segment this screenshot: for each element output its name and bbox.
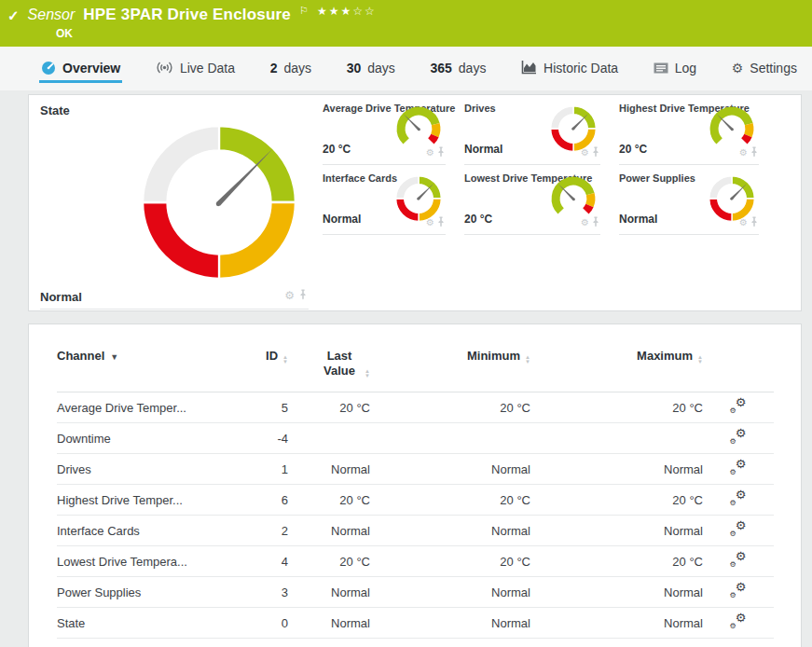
id-cell: 1 [225,454,288,485]
id-cell: -4 [225,423,288,454]
minimum-cell: 20 °C [370,485,530,516]
channel-cell: Average Drive Temper... [57,392,225,423]
id-cell: 5 [225,392,288,423]
table-row: Interface Cards 2 Normal Normal Normal ⚙… [57,516,774,546]
gauges-card: State Normal ⚙ [28,94,802,311]
mini-gauges-grid: Average Drive Temperature 20 °C ⚙ Drives… [320,95,801,310]
channel-settings-icon[interactable]: ⚙⚙ [731,461,747,475]
tab-label: Historic Data [544,61,618,76]
last-value-cell: Normal [288,516,370,546]
column-header-maximum[interactable]: Maximum▲▼ [530,337,703,392]
gauge-panel-lowest-drive-temperature: Lowest Drive Temperature 20 °C ⚙ [464,165,600,235]
tab-label: days [459,61,487,76]
table-row: Downtime -4 ⚙⚙ [57,423,774,454]
minimum-cell: Normal [370,454,530,485]
minimum-cell [370,423,530,454]
id-cell: 0 [225,608,288,639]
table-row: Drives 1 Normal Normal Normal ⚙⚙ [57,454,774,485]
last-value-cell: Normal [288,608,370,639]
gauge-panel-drives: Drives Normal ⚙ [464,95,600,165]
pin-icon[interactable] [750,216,758,227]
minimum-cell: Normal [370,577,530,608]
id-cell: 4 [225,546,288,577]
panel-settings-gear-icon[interactable]: ⚙ [426,218,434,227]
tab-label: days [367,61,395,76]
id-cell: 2 [225,516,288,546]
tab-30-days[interactable]: 30days [345,55,397,83]
state-gauge-panel: State Normal ⚙ [29,95,320,310]
panel-settings-gear-icon[interactable]: ⚙ [739,148,748,158]
channel-cell: State [57,608,225,639]
tab-live-data[interactable]: Live Data [154,55,237,83]
status-badge: OK [56,27,803,40]
gauge-panel-value: 20 °C [323,143,351,156]
gauge-icon [41,61,56,76]
tab-2-days[interactable]: 2days [268,55,313,83]
maximum-cell: Normal [530,577,703,608]
settings-gear-icon: ⚙ [732,62,744,75]
pin-icon[interactable] [437,146,445,158]
channel-cell: Lowest Drive Tempera... [57,546,225,577]
tab-log[interactable]: Log [652,55,698,83]
column-header-last-value[interactable]: Last Value▲▼ [288,337,370,392]
tab-number: 30 [347,61,362,76]
channel-settings-icon[interactable]: ⚙⚙ [731,430,747,445]
tab-historic-data[interactable]: Historic Data [519,55,620,83]
tab-settings[interactable]: ⚙Settings [730,55,799,83]
gauge-panel-power-supplies: Power Supplies Normal ⚙ [619,165,759,235]
pin-icon[interactable] [750,146,758,158]
sort-desc-icon: ▼ [110,352,118,362]
tab-365-days[interactable]: 365days [428,55,488,83]
tab-bar: OverviewLive Data2days30days365daysHisto… [0,47,812,90]
panel-settings-gear-icon[interactable]: ⚙ [739,218,748,227]
id-cell: 3 [225,577,288,608]
pin-icon[interactable] [592,146,599,158]
last-value-cell [288,423,370,454]
sort-icon: ▲▼ [365,369,370,379]
minimum-cell: 20 °C [370,392,530,423]
priority-stars[interactable]: ★★★☆☆ [317,6,377,17]
channel-settings-icon[interactable]: ⚙⚙ [731,522,747,537]
last-value-cell: 20 °C [288,546,370,577]
tab-label: Settings [750,61,797,76]
channel-settings-icon[interactable]: ⚙⚙ [731,584,747,599]
gauge-panel-interface-cards: Interface Cards Normal ⚙ [323,165,446,235]
gauge-panel-value: Normal [619,213,657,226]
panel-settings-gear-icon[interactable]: ⚙ [284,290,295,301]
channel-cell: Power Supplies [57,577,225,608]
tab-number: 2 [270,61,278,76]
id-cell: 6 [225,485,288,516]
channels-table: Channel▼ ID▲▼ Last Value▲▼ Minimum▲▼ Max… [57,337,774,639]
column-header-minimum[interactable]: Minimum▲▼ [370,337,530,392]
panel-settings-gear-icon[interactable]: ⚙ [581,148,589,158]
flag-icon[interactable]: ⚐ [299,6,309,16]
channel-settings-icon[interactable]: ⚙⚙ [731,614,747,629]
sort-icon: ▲▼ [525,355,530,365]
channel-settings-icon[interactable]: ⚙⚙ [731,399,747,414]
table-row: Highest Drive Temper... 6 20 °C 20 °C 20… [57,485,774,516]
pin-icon[interactable] [592,216,599,227]
maximum-cell: Normal [530,516,703,546]
channel-cell: Drives [57,454,225,485]
sensor-overview: State Normal ⚙ [0,90,812,647]
state-gauge [131,117,307,287]
panel-settings-gear-icon[interactable]: ⚙ [426,148,434,158]
tab-overview[interactable]: Overview [39,55,122,83]
pin-icon[interactable] [299,289,307,300]
maximum-cell: 20 °C [530,485,703,516]
minimum-cell: Normal [370,516,530,546]
pin-icon[interactable] [437,216,445,227]
channel-settings-icon[interactable]: ⚙⚙ [731,491,747,506]
channel-settings-icon[interactable]: ⚙⚙ [731,553,747,568]
gauge-panel-title: State [40,103,309,117]
panel-settings-gear-icon[interactable]: ⚙ [581,218,589,227]
column-header-channel[interactable]: Channel▼ [57,337,225,392]
page-title: HPE 3PAR Drive Enclosure [83,5,291,25]
tab-label: Log [675,61,696,76]
minimum-cell: Normal [370,608,530,639]
gauge-panel-value: Normal [40,290,82,304]
column-header-id[interactable]: ID▲▼ [225,337,288,392]
object-kind-label: Sensor [28,5,76,25]
gauge-panel-value: Normal [464,143,502,156]
table-row: Lowest Drive Tempera... 4 20 °C 20 °C 20… [57,546,774,577]
